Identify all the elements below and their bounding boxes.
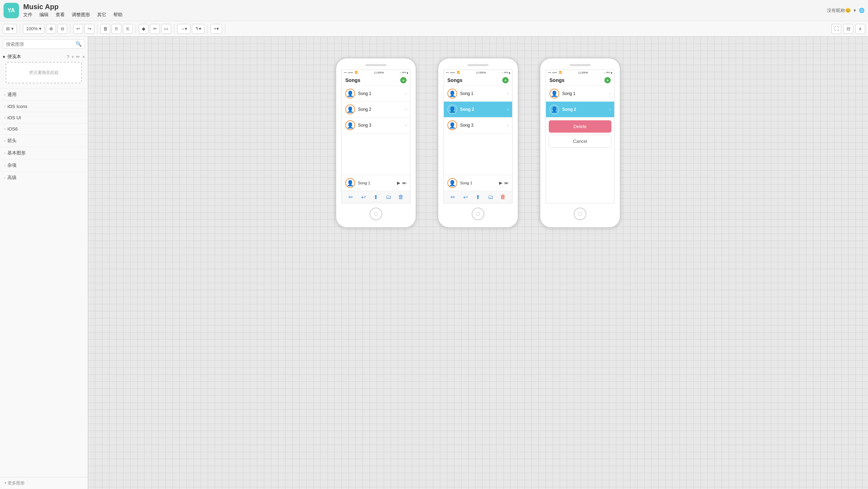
sidebar-category-iOS UI[interactable]: ›iOS UI xyxy=(0,112,88,123)
sidebar-category-通用[interactable]: ›通用 xyxy=(0,88,88,101)
menu-item-文件[interactable]: 文件 xyxy=(23,12,32,18)
song-row-3-2[interactable]: 👤 Song 2 › xyxy=(546,102,614,118)
redo-btn[interactable]: ↪ xyxy=(84,24,94,34)
fullscreen-btn[interactable]: ⛶ xyxy=(831,24,841,34)
toolbar-undo-btn-1[interactable]: ↩ xyxy=(359,193,367,201)
now-playing-row-2: 👤 Song 1 ▶ ⏭ xyxy=(444,175,512,191)
zoom-out-btn[interactable]: ⊖ xyxy=(57,24,67,34)
phone-screen-3: •••• carrier 📶 11:55PM ⌁ 98% ▮ Songs xyxy=(546,70,615,203)
panel-btn[interactable]: ⊟ xyxy=(843,24,853,34)
sidebar-category-iOS Icons[interactable]: ›iOS Icons xyxy=(0,101,88,112)
sidebar: 🔍 ▾ 便笺本 ? + ✏ × 把元素拖至此处 ›通用›iOS Icons›iO… xyxy=(0,37,88,489)
sidebar-footer[interactable]: + 更多图形 xyxy=(0,477,88,489)
song-row-3-1[interactable]: 👤 Song 1 › xyxy=(546,86,614,102)
stencil-collapse-arrow[interactable]: ▾ xyxy=(3,54,5,59)
delete-shape-btn[interactable]: 🗑 xyxy=(100,24,110,34)
play-btn-1[interactable]: ▶ xyxy=(397,180,400,185)
dropdown-arrow[interactable]: ▾ xyxy=(854,8,856,13)
song-row-1-1[interactable]: 👤 Song 1 › xyxy=(342,86,410,102)
toolbar-view-group: ⊞▾ xyxy=(3,24,20,34)
copy-btn[interactable]: ⎘ xyxy=(112,24,121,34)
now-playing-name-2: Song 1 xyxy=(460,181,496,185)
toolbar-add-group: +▾ xyxy=(210,24,225,34)
stencil-close-icon[interactable]: × xyxy=(82,54,85,59)
collapse-btn[interactable]: ∧ xyxy=(855,24,865,34)
arrow-btn[interactable]: →▾ xyxy=(177,24,190,34)
menu-bar: 文件编辑查看调整图形其它帮助 xyxy=(23,12,122,18)
toolbar-trash-btn-2[interactable]: 🗑 xyxy=(499,193,507,201)
sidebar-category-基本图形[interactable]: ›基本图形 xyxy=(0,147,88,159)
undo-btn[interactable]: ↩ xyxy=(73,24,83,34)
sidebar-category-iOS6[interactable]: ›iOS6 xyxy=(0,123,88,134)
song-chevron-1-1: › xyxy=(405,91,407,96)
fill-btn[interactable]: ◆ xyxy=(139,24,149,34)
sidebar-category-高级[interactable]: ›高级 xyxy=(0,171,88,184)
search-input[interactable] xyxy=(6,42,76,47)
toolbar-edit-btn-2[interactable]: ✏ xyxy=(449,193,457,201)
song-row-2-3[interactable]: 👤 Song 3 › xyxy=(444,118,512,133)
phone-3: •••• carrier 📶 11:55PM ⌁ 98% ▮ Songs xyxy=(540,58,621,228)
menu-item-调整图形[interactable]: 调整图形 xyxy=(72,12,90,18)
song-chevron-3-2: › xyxy=(609,107,611,112)
song-row-2-2[interactable]: 👤 Song 2 › xyxy=(444,102,512,118)
app-title: Music App xyxy=(23,3,122,11)
toolbar-connect-group: →▾ ↰▾ xyxy=(177,24,208,34)
stencil-edit-icon[interactable]: ✏ xyxy=(76,54,80,59)
view-toggle-btn[interactable]: ⊞▾ xyxy=(3,24,17,34)
screen-title-1: Songs xyxy=(345,77,360,83)
globe-icon[interactable]: 🌐 xyxy=(859,8,864,13)
paste-btn[interactable]: ⎗ xyxy=(123,24,133,34)
stroke-btn[interactable]: ✏ xyxy=(150,24,160,34)
add-btn[interactable]: +▾ xyxy=(210,24,222,34)
toolbar-share-btn-2[interactable]: ⬆ xyxy=(474,193,482,201)
phone-home-btn-2[interactable] xyxy=(472,208,484,220)
menu-item-帮助[interactable]: 帮助 xyxy=(113,12,122,18)
song-name-3-1: Song 1 xyxy=(562,91,606,96)
song-row-2-1[interactable]: 👤 Song 1 › xyxy=(444,86,512,102)
zoom-in-btn[interactable]: ⊕ xyxy=(46,24,56,34)
song-row-1-2[interactable]: 👤 Song 2 › xyxy=(342,102,410,118)
screen-add-btn-2[interactable]: + xyxy=(502,77,509,83)
song-row-1-3[interactable]: 👤 Song 3 › xyxy=(342,118,410,133)
menu-item-其它[interactable]: 其它 xyxy=(97,12,106,18)
canvas-area[interactable]: •••• carrier 📶 11:55PM ⌁ 98% ▮ Songs xyxy=(88,37,868,489)
delete-btn-3[interactable]: Delete xyxy=(549,120,611,133)
toolbar-folder-btn-2[interactable]: 🗂 xyxy=(487,193,495,201)
phone-2: •••• carrier 📶 11:55PM ⌁ 98% ▮ Songs xyxy=(438,58,518,228)
toolbar-edit-btn-1[interactable]: ✏ xyxy=(347,193,355,201)
toolbar-folder-btn-1[interactable]: 🗂 xyxy=(385,193,392,201)
search-icon[interactable]: 🔍 xyxy=(76,41,82,47)
screen-add-btn-1[interactable]: + xyxy=(400,77,407,83)
phone-speaker-2 xyxy=(467,64,489,66)
song-avatar-2-2: 👤 xyxy=(447,104,457,114)
menu-item-编辑[interactable]: 编辑 xyxy=(39,12,49,18)
toolbar-undo-btn-2[interactable]: ↩ xyxy=(461,193,469,201)
cancel-btn-3[interactable]: Cancel xyxy=(549,135,611,148)
sidebar-categories: ›通用›iOS Icons›iOS UI›iOS6›箭头›基本图形›杂项›高级 xyxy=(0,88,88,184)
screen-add-btn-3[interactable]: + xyxy=(604,77,611,83)
sidebar-category-箭头[interactable]: ›箭头 xyxy=(0,134,88,147)
connector-btn[interactable]: ↰▾ xyxy=(192,24,205,34)
phone-home-btn-3[interactable] xyxy=(574,208,586,220)
song-avatar-1-3: 👤 xyxy=(345,120,355,130)
toolbar-share-btn-1[interactable]: ⬆ xyxy=(372,193,380,201)
screen-toolbar-2: ✏ ↩ ⬆ 🗂 🗑 xyxy=(444,191,512,203)
now-playing-avatar-2: 👤 xyxy=(447,178,457,188)
rect-btn[interactable]: ▭ xyxy=(161,24,171,34)
stencil-help-icon[interactable]: ? xyxy=(67,54,69,59)
phone-home-btn-1[interactable] xyxy=(370,208,382,220)
stencil-section: ▾ 便笺本 ? + ✏ × 把元素拖至此处 xyxy=(0,51,88,88)
song-name-1-3: Song 3 xyxy=(358,123,402,128)
screen-header-1: Songs + xyxy=(342,75,410,86)
np-controls-2: ▶ ⏭ xyxy=(499,180,509,185)
skip-btn-2[interactable]: ⏭ xyxy=(504,180,509,185)
play-btn-2[interactable]: ▶ xyxy=(499,180,502,185)
stencil-add-icon[interactable]: + xyxy=(71,54,74,59)
zoom-level-btn[interactable]: 100% ▾ xyxy=(23,24,45,34)
user-name[interactable]: 没有昵称😊 xyxy=(827,7,851,14)
skip-btn-1[interactable]: ⏭ xyxy=(402,180,407,185)
sidebar-category-杂项[interactable]: ›杂项 xyxy=(0,159,88,171)
stencil-icons: ? + ✏ × xyxy=(67,54,85,59)
menu-item-查看[interactable]: 查看 xyxy=(56,12,65,18)
toolbar-trash-btn-1[interactable]: 🗑 xyxy=(397,193,405,201)
